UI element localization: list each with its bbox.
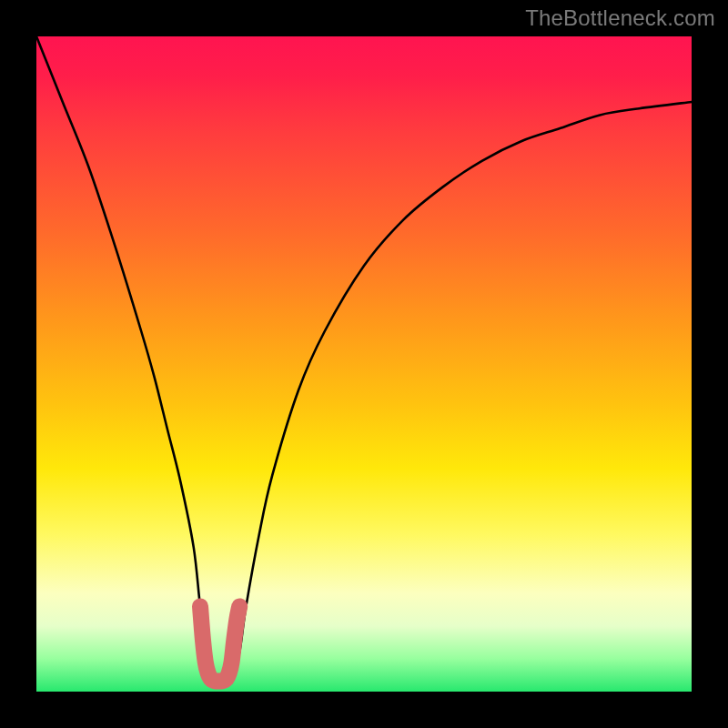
watermark-text: TheBottleneck.com bbox=[525, 5, 715, 31]
chart-frame: TheBottleneck.com bbox=[0, 0, 728, 728]
plot-area bbox=[36, 36, 692, 692]
optimal-marker bbox=[200, 606, 239, 681]
chart-svg bbox=[36, 36, 692, 692]
bottleneck-curve bbox=[36, 36, 692, 680]
